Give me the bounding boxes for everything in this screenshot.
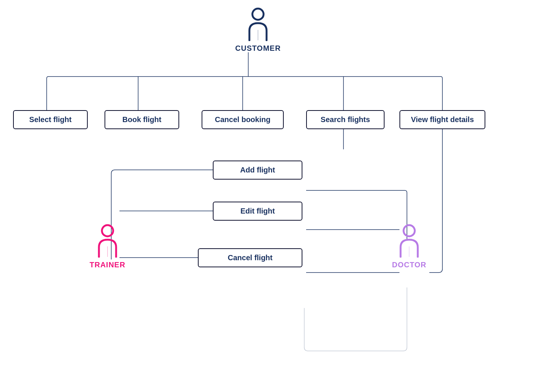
actor-doctor: DOCTOR [392,224,426,269]
usecase-edit-flight: Edit flight [213,202,302,221]
usecase-view-flight-details: View flight details [399,110,485,129]
usecase-cancel-booking: Cancel booking [202,110,284,129]
actor-trainer: TRAINER [90,224,125,269]
usecase-book-flight: Book flight [105,110,179,129]
svg-point-2 [404,225,415,236]
actor-customer: CUSTOMER [235,7,281,53]
person-icon [94,224,121,258]
person-icon [396,224,422,258]
usecase-cancel-flight: Cancel flight [198,248,302,267]
person-icon [245,7,271,41]
svg-point-0 [252,9,264,20]
usecase-select-flight: Select flight [13,110,88,129]
diagram-canvas: CUSTOMER Select flight Book flight Cance… [0,0,560,392]
actor-customer-label: CUSTOMER [235,44,281,53]
actor-doctor-label: DOCTOR [392,261,426,269]
usecase-add-flight: Add flight [213,161,302,180]
svg-point-1 [102,225,113,236]
usecase-search-flights: Search flights [306,110,385,129]
connector-lines [0,0,560,392]
actor-trainer-label: TRAINER [90,261,125,269]
